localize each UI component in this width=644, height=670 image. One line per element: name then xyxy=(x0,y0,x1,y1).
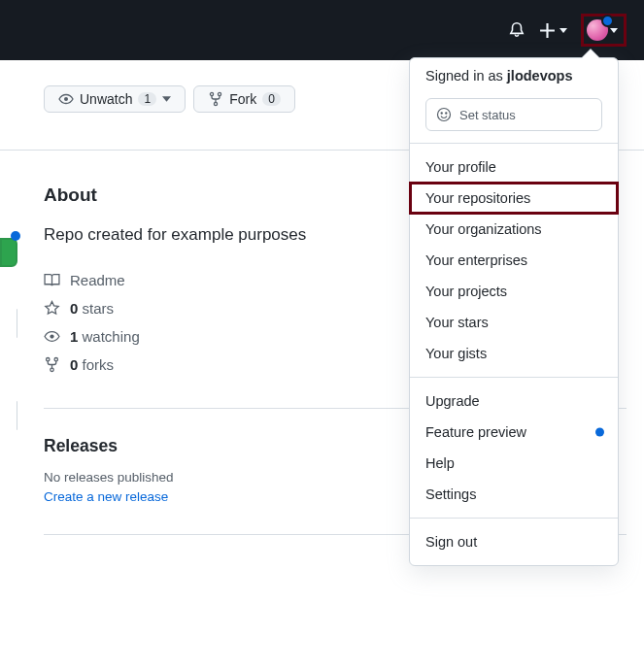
svg-point-8 xyxy=(438,109,451,121)
notification-bell-icon[interactable] xyxy=(508,21,525,39)
menu-your-repositories[interactable]: Your repositories xyxy=(410,183,618,214)
unwatch-label: Unwatch xyxy=(80,91,132,107)
menu-sign-out[interactable]: Sign out xyxy=(410,526,618,557)
menu-your-profile[interactable]: Your profile xyxy=(410,151,618,183)
set-status-button[interactable]: Set status xyxy=(425,98,602,131)
menu-your-gists[interactable]: Your gists xyxy=(410,338,618,369)
menu-your-stars[interactable]: Your stars xyxy=(410,307,618,338)
svg-point-0 xyxy=(64,97,68,101)
svg-point-1 xyxy=(211,92,214,95)
svg-point-9 xyxy=(441,113,442,114)
book-icon xyxy=(44,272,60,288)
user-avatar-dropdown[interactable] xyxy=(581,14,627,47)
signed-in-as: Signed in as jlodevops xyxy=(410,58,618,95)
user-menu-dropdown: Signed in as jlodevops Set status Your p… xyxy=(409,57,619,566)
avatar-status-dot-icon xyxy=(601,15,614,27)
svg-point-6 xyxy=(54,357,57,360)
svg-point-5 xyxy=(47,357,50,360)
fork-label: Fork xyxy=(229,91,256,107)
unwatch-button[interactable]: Unwatch 1 xyxy=(44,85,186,113)
svg-point-3 xyxy=(215,102,218,105)
svg-point-4 xyxy=(50,334,53,338)
eye-icon xyxy=(44,328,60,345)
menu-help[interactable]: Help xyxy=(410,448,618,479)
eye-icon xyxy=(58,91,74,107)
menu-your-organizations[interactable]: Your organizations xyxy=(410,214,618,245)
create-release-link[interactable]: Create a new release xyxy=(44,489,168,504)
menu-settings[interactable]: Settings xyxy=(410,479,618,510)
border-accent-icon xyxy=(17,401,17,430)
top-header xyxy=(0,0,644,60)
menu-your-enterprises[interactable]: Your enterprises xyxy=(410,245,618,276)
menu-upgrade[interactable]: Upgrade xyxy=(410,385,618,417)
create-new-dropdown[interactable] xyxy=(539,22,567,39)
smiley-icon xyxy=(436,107,452,122)
star-icon xyxy=(44,300,60,317)
border-accent-icon xyxy=(17,309,17,338)
fork-button[interactable]: Fork 0 xyxy=(193,85,295,113)
caret-up-icon xyxy=(582,50,599,58)
dot-icon xyxy=(11,231,20,241)
svg-point-7 xyxy=(51,368,53,371)
fork-icon xyxy=(208,91,223,107)
unwatch-count: 1 xyxy=(138,92,156,106)
svg-point-2 xyxy=(219,92,221,95)
tab-indicator-icon xyxy=(0,238,17,267)
svg-point-10 xyxy=(446,113,447,114)
fork-count: 0 xyxy=(262,92,281,106)
fork-icon xyxy=(44,356,60,373)
menu-feature-preview[interactable]: Feature preview xyxy=(410,417,618,448)
menu-your-projects[interactable]: Your projects xyxy=(410,276,618,307)
chevron-down-icon xyxy=(162,96,171,102)
dot-icon xyxy=(595,428,604,437)
